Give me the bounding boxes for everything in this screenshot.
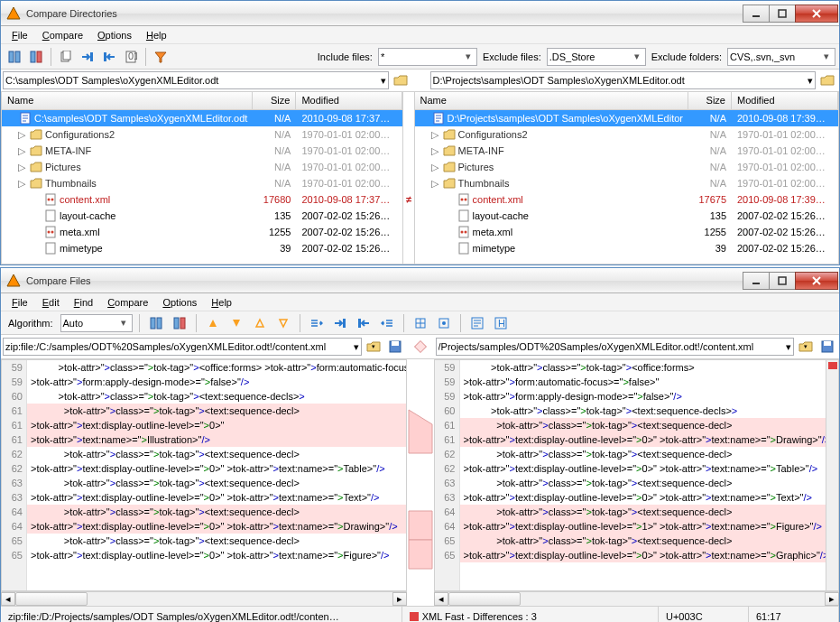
save-right-button[interactable] bbox=[817, 337, 837, 357]
maximize-button[interactable] bbox=[769, 5, 796, 23]
ignore-ws-button[interactable] bbox=[411, 313, 430, 333]
ignore-case-button[interactable] bbox=[434, 313, 454, 333]
compare-options-button[interactable] bbox=[26, 47, 46, 67]
left-h-scrollbar[interactable]: ◂▸ bbox=[1, 591, 407, 606]
col-name[interactable]: Name bbox=[2, 92, 253, 109]
right-editor[interactable]: 5959596061616262636364646565 >tok-attr>"… bbox=[434, 359, 840, 591]
copy-right-button[interactable] bbox=[78, 47, 97, 67]
right-path-input[interactable]: D:\Projects\samples\ODT Samples\oXygenXM… bbox=[430, 71, 817, 89]
svg-marker-66 bbox=[409, 511, 432, 540]
table-row[interactable]: content.xml176802010-09-08 17:37… bbox=[2, 191, 402, 208]
browse-right-file-button[interactable]: ▾ bbox=[796, 337, 816, 357]
menu-options[interactable]: Options bbox=[155, 295, 204, 310]
close-button[interactable] bbox=[795, 272, 838, 290]
exclude-files-label: Exclude files: bbox=[483, 51, 541, 62]
svg-rect-2 bbox=[779, 10, 786, 17]
table-row[interactable]: meta.xml12552007-02-02 15:26… bbox=[415, 224, 838, 240]
prev-diff-button[interactable] bbox=[203, 313, 223, 333]
status-diff: XML Fast - Differences : 3 bbox=[402, 607, 659, 622]
copy-right-button[interactable] bbox=[330, 313, 350, 333]
col-modified[interactable]: Modified bbox=[296, 92, 402, 109]
browse-right-button[interactable] bbox=[817, 70, 837, 90]
prev-change-button[interactable] bbox=[250, 313, 270, 333]
menu-edit[interactable]: Edit bbox=[35, 295, 67, 310]
table-row[interactable]: C:\samples\ODT Samples\oXygenXMLEditor.o… bbox=[2, 110, 402, 126]
table-row[interactable]: layout-cache1352007-02-02 15:26… bbox=[2, 208, 402, 224]
titlebar[interactable]: Compare Files bbox=[1, 268, 839, 293]
filter-button[interactable] bbox=[151, 47, 171, 67]
menu-options[interactable]: Options bbox=[90, 28, 139, 42]
col-size[interactable]: Size bbox=[688, 92, 732, 109]
menu-help[interactable]: Help bbox=[204, 295, 239, 310]
format-button[interactable] bbox=[467, 313, 487, 333]
next-diff-button[interactable] bbox=[226, 313, 246, 333]
copy-all-left-button[interactable] bbox=[377, 313, 397, 333]
exclude-files-combo[interactable]: .DS_Store▾ bbox=[547, 48, 646, 66]
table-row[interactable]: ▷Configurations2N/A1970-01-01 02:00… bbox=[2, 126, 402, 143]
include-files-combo[interactable]: *▾ bbox=[378, 48, 477, 66]
compare-3way-button[interactable] bbox=[170, 313, 189, 333]
right-h-scrollbar[interactable]: ◂▸ bbox=[434, 591, 840, 606]
copy-all-right-button[interactable] bbox=[307, 313, 327, 333]
overview-ruler[interactable] bbox=[826, 360, 838, 590]
exclude-folders-label: Exclude folders: bbox=[651, 51, 722, 62]
table-row[interactable]: meta.xml12552007-02-02 15:26… bbox=[2, 224, 402, 240]
menu-find[interactable]: Find bbox=[67, 295, 100, 310]
highlight-button[interactable]: H bbox=[491, 313, 511, 333]
svg-rect-6 bbox=[15, 51, 20, 62]
left-editor[interactable]: 5959606161616262636364646565 >tok-attr>"… bbox=[1, 359, 407, 591]
menu-file[interactable]: File bbox=[5, 295, 35, 310]
svg-rect-34 bbox=[459, 210, 468, 221]
next-change-button[interactable] bbox=[273, 313, 293, 333]
table-row[interactable]: ▷META-INFN/A1970-01-01 02:00… bbox=[2, 143, 402, 159]
table-row[interactable]: ▷ThumbnailsN/A1970-01-01 02:00… bbox=[2, 175, 402, 191]
save-left-button[interactable] bbox=[385, 337, 405, 357]
table-row[interactable]: mimetype392007-02-02 15:26… bbox=[2, 240, 402, 256]
table-row[interactable]: ▷META-INFN/A1970-01-01 02:00… bbox=[415, 143, 838, 159]
svg-point-24 bbox=[48, 231, 51, 234]
right-file-path-input[interactable]: /Projects/samples/ODT%20Samples/oXygenXM… bbox=[436, 338, 795, 356]
table-row[interactable]: content.xml176752010-09-08 17:39… bbox=[415, 191, 838, 208]
binary-compare-button[interactable]: 01 bbox=[121, 47, 141, 67]
copy-left-button[interactable] bbox=[99, 47, 119, 67]
compare-button[interactable] bbox=[5, 47, 24, 67]
menu-help[interactable]: Help bbox=[139, 28, 174, 42]
svg-rect-11 bbox=[90, 52, 93, 61]
svg-rect-22 bbox=[46, 210, 55, 221]
titlebar[interactable]: Compare Directories bbox=[1, 1, 839, 26]
left-file-path-input[interactable]: zip:file:/C:/samples/ODT%20Samples/oXyge… bbox=[3, 338, 362, 356]
menu-file[interactable]: File bbox=[5, 28, 35, 42]
table-row[interactable]: ▷PicturesN/A1970-01-01 02:00… bbox=[415, 159, 838, 175]
col-size[interactable]: Size bbox=[253, 92, 296, 109]
compare-button[interactable] bbox=[146, 313, 166, 333]
close-button[interactable] bbox=[795, 5, 838, 23]
table-row[interactable]: layout-cache1352007-02-02 15:26… bbox=[415, 208, 838, 224]
svg-rect-62 bbox=[392, 341, 399, 346]
table-row[interactable]: mimetype392007-02-02 15:26… bbox=[415, 240, 838, 256]
copy-button[interactable] bbox=[56, 47, 76, 67]
exclude-folders-combo[interactable]: CVS,.svn,_svn▾ bbox=[727, 48, 835, 66]
maximize-button[interactable] bbox=[769, 272, 796, 290]
table-row[interactable]: ▷ThumbnailsN/A1970-01-01 02:00… bbox=[415, 175, 838, 191]
col-name[interactable]: Name bbox=[415, 92, 688, 109]
col-modified[interactable]: Modified bbox=[732, 92, 838, 109]
minimize-button[interactable] bbox=[743, 5, 770, 23]
menu-compare[interactable]: Compare bbox=[35, 28, 90, 42]
table-row[interactable]: ▷Configurations2N/A1970-01-01 02:00… bbox=[415, 126, 838, 143]
left-path-input[interactable]: C:\samples\ODT Samples\oXygenXMLEditor.o… bbox=[3, 71, 389, 89]
browse-left-file-button[interactable]: ▾ bbox=[364, 337, 383, 357]
minimize-button[interactable] bbox=[743, 272, 770, 290]
svg-rect-5 bbox=[9, 51, 14, 62]
include-files-label: Include files: bbox=[318, 51, 373, 62]
browse-left-button[interactable] bbox=[391, 70, 411, 90]
svg-rect-49 bbox=[358, 319, 361, 328]
algorithm-combo[interactable]: Auto▾ bbox=[60, 314, 133, 332]
toolbar: 01 Include files: *▾ Exclude files: .DS_… bbox=[1, 44, 839, 70]
svg-point-25 bbox=[51, 231, 54, 234]
copy-left-button[interactable] bbox=[354, 313, 374, 333]
window-title: Compare Directories bbox=[26, 8, 743, 19]
table-row[interactable]: D:\Projects\samples\ODT Samples\oXygenXM… bbox=[415, 110, 838, 126]
svg-point-20 bbox=[48, 199, 51, 201]
table-row[interactable]: ▷PicturesN/A1970-01-01 02:00… bbox=[2, 159, 402, 175]
menu-compare[interactable]: Compare bbox=[100, 295, 155, 310]
